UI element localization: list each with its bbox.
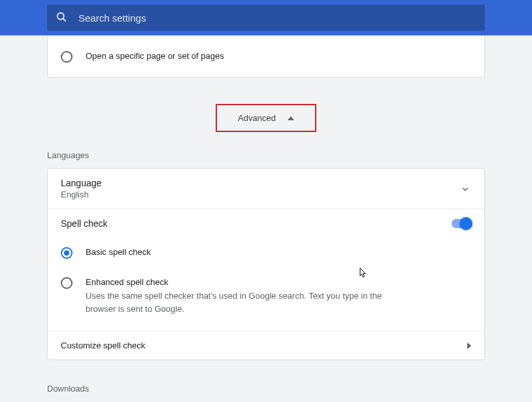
header-bar <box>0 0 532 35</box>
radio-label-block: Basic spell check <box>86 247 471 257</box>
advanced-toggle-button[interactable]: Advanced <box>216 104 316 132</box>
enhanced-spell-check-label: Enhanced spell check <box>86 277 471 287</box>
section-title-downloads: Downloads <box>47 384 485 394</box>
radio-label-block: Enhanced spell check Uses the same spell… <box>86 277 471 315</box>
svg-line-1 <box>63 18 66 21</box>
radio-inner-dot <box>64 250 69 256</box>
basic-spell-check-option[interactable]: Basic spell check <box>61 238 471 268</box>
advanced-label: Advanced <box>238 113 276 123</box>
language-row-value: English <box>61 190 101 199</box>
radio-unselected-icon <box>61 51 73 63</box>
startup-option-label: Open a specific page or set of pages <box>86 51 471 61</box>
basic-spell-check-label: Basic spell check <box>86 247 471 257</box>
arrow-right-icon <box>467 343 471 349</box>
startup-card: Open a specific page or set of pages <box>47 37 485 78</box>
spell-check-toggle[interactable] <box>452 219 471 228</box>
chevron-down-icon <box>459 183 471 195</box>
language-row[interactable]: Language English <box>48 169 484 209</box>
languages-card: Language English Spell check Basic s <box>47 168 485 360</box>
search-input[interactable] <box>78 12 485 24</box>
advanced-container: Advanced <box>47 104 485 132</box>
spell-check-options: Basic spell check Enhanced spell check U… <box>48 238 484 331</box>
customize-spell-check-row[interactable]: Customize spell check <box>48 331 484 360</box>
section-title-languages: Languages <box>47 150 485 160</box>
radio-selected-icon <box>61 247 73 259</box>
spell-check-row: Spell check <box>48 209 484 238</box>
enhanced-spell-check-description: Uses the same spell checker that's used … <box>86 290 393 315</box>
radio-unselected-icon <box>61 277 73 289</box>
language-row-title: Language <box>61 178 101 188</box>
language-row-titles: Language English <box>61 178 101 199</box>
toggle-knob-icon <box>459 217 473 230</box>
content-area: Open a specific page or set of pages Adv… <box>0 37 532 394</box>
startup-option-specific-page[interactable]: Open a specific page or set of pages <box>48 37 484 77</box>
caret-up-icon <box>288 116 294 120</box>
svg-point-0 <box>58 12 64 19</box>
search-icon <box>55 10 68 25</box>
enhanced-spell-check-option[interactable]: Enhanced spell check Uses the same spell… <box>61 268 471 324</box>
spell-check-title: Spell check <box>61 218 108 229</box>
radio-label-block: Open a specific page or set of pages <box>86 51 471 61</box>
search-box[interactable] <box>47 5 485 31</box>
customize-spell-check-label: Customize spell check <box>61 341 145 350</box>
